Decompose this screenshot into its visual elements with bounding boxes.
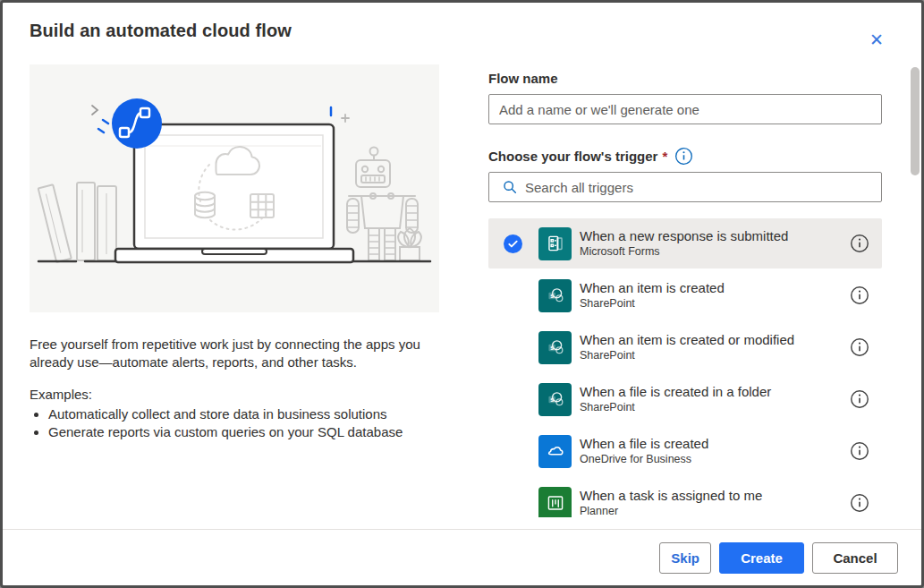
scrollbar[interactable] — [910, 58, 920, 526]
trigger-service: Microsoft Forms — [580, 245, 788, 259]
sharepoint-icon: s — [538, 279, 572, 312]
info-icon[interactable] — [850, 441, 869, 461]
info-icon[interactable] — [850, 493, 869, 513]
footer-divider — [3, 529, 921, 530]
trigger-label: Choose your flow's trigger — [488, 149, 657, 164]
trigger-row[interactable]: s When an item is created or modified Sh… — [488, 322, 882, 372]
search-triggers-input[interactable] — [525, 180, 874, 195]
trigger-title: When a file is created — [580, 436, 708, 451]
trigger-service: OneDrive for Business — [580, 453, 708, 466]
selected-check-icon — [504, 390, 522, 409]
microsoft-forms-icon — [538, 227, 572, 260]
selected-check-icon — [504, 234, 522, 253]
info-icon[interactable] — [850, 285, 869, 305]
description-text: Free yourself from repetitive work just … — [30, 336, 439, 371]
create-button[interactable]: Create — [719, 542, 804, 574]
selected-check-icon — [504, 338, 522, 357]
close-icon[interactable]: ✕ — [863, 26, 890, 53]
sharepoint-icon: s — [538, 331, 572, 364]
trigger-list: When a new response is submitted Microso… — [488, 218, 882, 517]
trigger-row[interactable]: When a new response is submitted Microso… — [488, 218, 882, 268]
flow-name-label: Flow name — [488, 71, 882, 86]
onedrive-icon — [538, 435, 572, 468]
dialog-title: Build an automated cloud flow — [30, 21, 292, 41]
trigger-title: When an item is created — [580, 280, 725, 295]
trigger-row[interactable]: When a task is assigned to me Planner — [488, 478, 882, 517]
search-box — [488, 172, 882, 202]
cancel-button[interactable]: Cancel — [812, 542, 898, 574]
planner-icon — [538, 487, 572, 518]
trigger-title: When a new response is submitted — [580, 228, 788, 243]
svg-text:s: s — [550, 396, 554, 403]
build-automated-cloud-flow-dialog: Build an automated cloud flow ✕ — [0, 0, 924, 588]
info-icon[interactable] — [850, 389, 869, 409]
scrollbar-thumb[interactable] — [911, 67, 920, 175]
right-column: Flow name Choose your flow's trigger * W… — [488, 65, 882, 517]
flow-name-input[interactable] — [488, 94, 882, 124]
trigger-service: SharePoint — [580, 297, 725, 311]
automation-illustration — [30, 64, 439, 312]
example-item: Generate reports via custom queries on y… — [48, 423, 439, 441]
trigger-title: When a task is assigned to me — [580, 488, 762, 503]
info-icon[interactable] — [850, 337, 869, 357]
flow-badge-icon — [112, 98, 162, 149]
selected-check-icon — [504, 286, 522, 305]
info-icon[interactable] — [850, 234, 869, 253]
trigger-title: When an item is created or modified — [580, 332, 794, 347]
examples-list: Automatically collect and store data in … — [48, 405, 439, 441]
trigger-row[interactable]: s When a file is created in a folder Sha… — [488, 374, 882, 424]
left-column: Free yourself from repetitive work just … — [30, 64, 439, 441]
trigger-service: Planner — [580, 505, 762, 517]
selected-check-icon — [504, 442, 522, 461]
footer: Skip Create Cancel — [659, 542, 898, 574]
trigger-service: SharePoint — [580, 401, 771, 414]
search-icon — [502, 179, 518, 195]
trigger-service: SharePoint — [580, 349, 794, 362]
trigger-row[interactable]: s When an item is created SharePoint — [488, 270, 882, 320]
laptop-illustration — [115, 124, 353, 262]
svg-text:s: s — [550, 293, 554, 299]
trigger-row[interactable]: When a file is created OneDrive for Busi… — [488, 426, 882, 476]
selected-check-icon — [504, 494, 522, 513]
svg-text:s: s — [550, 345, 554, 351]
examples-heading: Examples: — [30, 387, 439, 402]
skip-button[interactable]: Skip — [659, 542, 711, 574]
sharepoint-icon: s — [538, 383, 572, 416]
example-item: Automatically collect and store data in … — [48, 405, 439, 423]
trigger-title: When a file is created in a folder — [580, 384, 771, 399]
required-marker: * — [662, 149, 667, 164]
trigger-info-icon[interactable] — [674, 147, 693, 166]
